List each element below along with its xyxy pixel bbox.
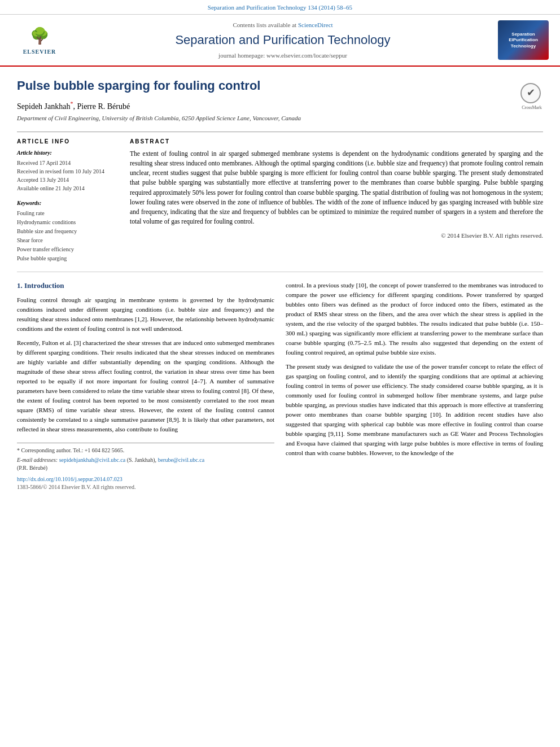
affiliation: Department of Civil Engineering, Univers… [17,114,543,123]
article-info-abstract: ARTICLE INFO Article history: Received 1… [17,138,543,263]
body-para-2: Recently, Fulton et al. [3] characterize… [17,338,274,434]
authors: Sepideh Jankhah*, Pierre R. Bérubé [17,100,543,112]
body-para-4: The present study was designed to valida… [286,362,543,458]
contents-link: Contents lists available at ScienceDirec… [73,21,492,29]
footnote-corresponding: * Corresponding author. Tel.: +1 604 822… [17,447,274,455]
contents-text: Contents lists available at [233,21,296,28]
history-title: Article history: [17,149,119,157]
body-right-col: control. In a previous study [10], the c… [286,281,543,492]
keywords-title: Keywords: [17,199,119,207]
keyword-2: Hydrodynamic conditions [17,218,119,227]
history-revised: Received in revised form 10 July 2014 [17,167,119,176]
article-info-col: ARTICLE INFO Article history: Received 1… [17,138,119,263]
copyright-notice: © 2014 Elsevier B.V. All rights reserved… [130,231,543,240]
title-area: Pulse bubble sparging for fouling contro… [17,78,543,94]
side-logo-text: SeparationElPurificationTechnology [509,32,538,49]
journal-title: Separation and Purification Technology [73,32,492,49]
journal-center: Contents lists available at ScienceDirec… [73,21,492,60]
abstract-col: ABSTRACT The extent of fouling control i… [130,138,543,263]
keyword-1: Fouling rate [17,209,119,218]
body-para-1: Fouling control through air sparging in … [17,295,274,334]
tree-icon: 🌳 [30,25,50,47]
body-para-3: control. In a previous study [10], the c… [286,281,543,357]
sciencedirect-link[interactable]: ScienceDirect [298,21,333,28]
journal-reference: Separation and Purification Technology 1… [0,0,560,15]
meta-divider [17,132,543,132]
footnote-area: * Corresponding author. Tel.: +1 604 822… [17,443,274,491]
keyword-4: Shear force [17,236,119,245]
elsevier-brand: ELSEVIER [23,48,56,56]
journal-side-logo: SeparationElPurificationTechnology [498,20,549,60]
journal-header: 🌳 ELSEVIER Contents lists available at S… [0,15,560,67]
abstract-header: ABSTRACT [130,138,543,146]
crossmark-label: CrossMark [520,104,543,111]
issn-copyright: 1383-5866/© 2014 Elsevier B.V. All right… [17,483,274,491]
history-received: Received 17 April 2014 [17,159,119,167]
article-history: Article history: Received 17 April 2014 … [17,149,119,193]
crossmark-icon: ✔ [520,83,541,103]
logo-area: 🌳 ELSEVIER [11,26,68,54]
keyword-5: Power transfer efficiency [17,245,119,254]
crossmark-area: ✔ CrossMark [520,83,543,106]
article-title: Pulse bubble sparging for fouling contro… [17,78,543,94]
section-divider [17,272,543,272]
keyword-6: Pulse bubble sparging [17,254,119,263]
doi-area: http://dx.doi.org/10.1016/j.seppur.2014.… [17,475,274,491]
history-online: Available online 21 July 2014 [17,184,119,193]
keyword-3: Bubble size and frequency [17,227,119,236]
journal-ref-text: Separation and Purification Technology 1… [208,4,352,11]
author-names: Sepideh Jankhah*, Pierre R. Bérubé [17,102,130,111]
footnote-emails: E-mail addresses: sepidehjankhah@civil.u… [17,456,274,472]
body-left-col: 1. Introduction Fouling control through … [17,281,274,492]
keywords: Keywords: Fouling rate Hydrodynamic cond… [17,199,119,263]
article-info-header: ARTICLE INFO [17,138,119,146]
journal-homepage: journal homepage: www.elsevier.com/locat… [73,51,492,60]
section1-title: 1. Introduction [17,281,274,291]
history-accepted: Accepted 13 July 2014 [17,176,119,184]
body-columns: 1. Introduction Fouling control through … [17,281,543,492]
abstract-text: The extent of fouling control in air spa… [130,149,543,227]
article-content: Pulse bubble sparging for fouling contro… [0,67,560,503]
elsevier-logo: 🌳 ELSEVIER [17,26,62,54]
doi-link[interactable]: http://dx.doi.org/10.1016/j.seppur.2014.… [17,475,274,483]
